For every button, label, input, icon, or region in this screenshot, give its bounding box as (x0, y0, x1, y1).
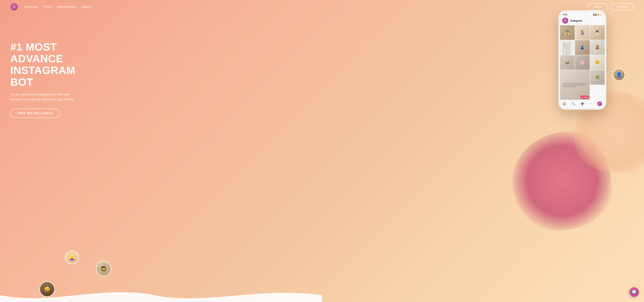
phone-bottom-bar: 🏠 🔍 ➕ ♡ J (560, 100, 604, 108)
post-caption-1: Me: I would do anything for my children.… (561, 41, 574, 55)
messenger-button[interactable]: 💬 (629, 287, 639, 297)
messenger-icon: 💬 (632, 290, 637, 294)
avatar-smiling: 😄 (40, 281, 55, 297)
phone-username: Joliegram (570, 19, 582, 22)
grid-item-caption: Me: I would do anything for my children.… (560, 40, 575, 55)
avatar-blonde: 👱‍♀️ (65, 250, 79, 264)
phone-app-logo: J (562, 18, 568, 24)
phone-user-face: 👤 (613, 69, 625, 80)
cta-button[interactable]: FREE 500 FOLLOWERS (10, 109, 60, 118)
grid-item-2: 🤱 (575, 25, 590, 40)
heart-nav-icon[interactable]: ♡ (589, 102, 592, 106)
grid-item-3: 🧖 (590, 25, 604, 40)
search-icon[interactable]: 🔍 (572, 102, 575, 106)
blonde-face: 👱‍♀️ (66, 251, 78, 264)
phone-mockup: 9:41 ▐▐▐ 🛜 ▭ J Joliegram 👰 (558, 10, 606, 110)
post-caption-2: Share love and let me smell your horse. … (561, 82, 589, 88)
home-icon[interactable]: 🏠 (563, 102, 566, 106)
grid-item-5: 🧸 (590, 40, 604, 55)
nav-prices[interactable]: Prices (43, 5, 52, 9)
nav-download[interactable]: Download App (57, 5, 76, 9)
grid-item-1: 👰 (560, 25, 575, 40)
signal-icon: ▐▐▐ (593, 14, 596, 16)
nav-support[interactable]: Support (81, 5, 92, 9)
login-button[interactable]: Log in (587, 3, 608, 11)
hero-background: + ✕ + ✕ + ✕ + ✕ ✈ ✕ J Resources Prices D… (0, 0, 644, 302)
grid-item-8: 😊 (590, 55, 604, 70)
nav-resources[interactable]: Resources (24, 5, 38, 9)
phone-profile-header: J Joliegram (560, 17, 604, 25)
phone-area: 9:41 ▐▐▐ 🛜 ▭ J Joliegram 👰 (558, 10, 606, 110)
person-avatar: 👤 (613, 69, 625, 81)
brand-logo[interactable]: J (10, 3, 18, 11)
battery-icon: ▭ (600, 14, 602, 16)
phone-photo-grid: 👰 🤱 🧖 Me: I would do anything for my chi… (560, 25, 604, 100)
grid-item-4: 👗 (575, 40, 590, 55)
register-button[interactable]: Register (610, 3, 634, 11)
nav-links: Resources Prices Download App Support (24, 5, 92, 9)
nav-left: J Resources Prices Download App Support (10, 3, 92, 11)
grid-item-7: 🌸 (575, 55, 590, 70)
bearded-face: 🧔 (96, 261, 111, 276)
avatar-bearded: 🧔 (96, 261, 111, 276)
profile-icon[interactable]: J (597, 101, 602, 106)
hero-content: #1 MOST ADVANCE INSTAGRAM BOT Try our ap… (0, 14, 644, 302)
hero-title: #1 MOST ADVANCE INSTAGRAM BOT (10, 41, 99, 88)
smiling-face: 😄 (40, 282, 54, 296)
hero-subtitle: Try our app for free and gain up to 500 … (10, 92, 79, 102)
nav-right: Log in Register (587, 3, 634, 11)
wifi-icon: 🛜 (597, 14, 599, 16)
phone-status-icons: ▐▐▐ 🛜 ▭ (593, 14, 602, 16)
grid-item-6: 🍲 (560, 55, 575, 70)
likes-badge: ♥ +500 (580, 96, 589, 99)
heart-icon: ♥ (582, 96, 583, 98)
phone-time: 9:41 (563, 13, 567, 16)
add-icon[interactable]: ➕ (580, 102, 584, 106)
grid-item-9: 🌿 (590, 70, 604, 85)
person-on-phone: 👤 (613, 69, 625, 81)
navbar: J Resources Prices Download App Support … (0, 0, 644, 14)
grid-item-wide: Share love and let me smell your horse. … (560, 70, 590, 100)
hero-text: #1 MOST ADVANCE INSTAGRAM BOT Try our ap… (10, 21, 99, 118)
